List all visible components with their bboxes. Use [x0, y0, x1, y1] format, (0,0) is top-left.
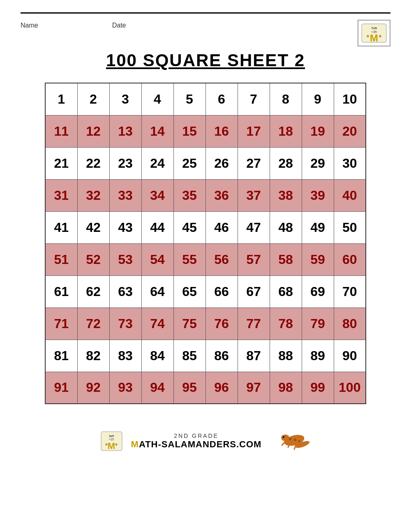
grid-container: 1234567891011121314151617181920212223242…: [21, 83, 390, 404]
page-header: Name Date 7x5 =35 M: [21, 20, 390, 46]
grid-cell: 20: [334, 115, 366, 147]
svg-point-5: [379, 35, 381, 37]
grid-cell: 68: [270, 275, 302, 308]
grid-cell: 61: [45, 275, 77, 308]
grid-cell: 63: [109, 275, 141, 308]
date-label: Date: [112, 22, 126, 29]
table-row: 61626364656667686970: [45, 275, 366, 308]
grid-cell: 84: [141, 340, 173, 372]
grid-cell: 12: [77, 115, 109, 147]
grid-cell: 22: [77, 147, 109, 179]
grid-cell: 45: [173, 211, 206, 243]
grid-cell: 95: [173, 372, 206, 404]
grid-cell: 29: [302, 147, 334, 179]
grid-cell: 76: [206, 308, 238, 340]
grid-cell: 52: [77, 243, 109, 275]
grid-cell: 57: [238, 243, 270, 275]
grid-cell: 28: [270, 147, 302, 179]
grid-cell: 99: [302, 372, 334, 404]
grid-cell: 38: [270, 179, 302, 211]
grid-cell: 21: [45, 147, 77, 179]
grid-cell: 10: [334, 83, 366, 115]
svg-point-20: [294, 439, 296, 441]
grid-cell: 44: [141, 211, 173, 243]
grid-cell: 46: [206, 211, 238, 243]
grid-cell: 33: [109, 179, 141, 211]
grid-cell: 60: [334, 243, 366, 275]
grid-cell: 14: [141, 115, 173, 147]
grid-cell: 90: [334, 340, 366, 372]
grid-cell: 47: [238, 211, 270, 243]
grid-cell: 35: [173, 179, 206, 211]
grid-cell: 100: [334, 372, 366, 404]
grid-cell: 32: [77, 179, 109, 211]
grid-cell: 53: [109, 243, 141, 275]
svg-point-10: [105, 443, 107, 445]
grid-cell: 74: [141, 308, 173, 340]
grid-cell: 31: [45, 179, 77, 211]
grid-cell: 96: [206, 372, 238, 404]
grid-cell: 1: [45, 83, 77, 115]
grid-cell: 93: [109, 372, 141, 404]
grid-cell: 19: [302, 115, 334, 147]
grid-cell: 26: [206, 147, 238, 179]
grid-cell: 7: [238, 83, 270, 115]
grid-cell: 11: [45, 115, 77, 147]
grid-cell: 77: [238, 308, 270, 340]
grid-cell: 42: [77, 211, 109, 243]
svg-text:3x5: 3x5: [109, 435, 114, 437]
grid-cell: 16: [206, 115, 238, 147]
grid-cell: 8: [270, 83, 302, 115]
grid-cell: 66: [206, 275, 238, 308]
table-row: 11121314151617181920: [45, 115, 366, 147]
grid-cell: 58: [270, 243, 302, 275]
grid-cell: 81: [45, 340, 77, 372]
grid-cell: 83: [109, 340, 141, 372]
grid-cell: 75: [173, 308, 206, 340]
logo-icon: 7x5 =35 M: [360, 22, 388, 44]
logo-box: 7x5 =35 M: [358, 20, 390, 46]
grid-cell: 40: [334, 179, 366, 211]
grid-cell: 89: [302, 340, 334, 372]
grid-cell: 97: [238, 372, 270, 404]
grid-cell: 5: [173, 83, 206, 115]
grid-cell: 64: [141, 275, 173, 308]
grid-cell: 72: [77, 308, 109, 340]
footer-logo-right: [278, 429, 311, 453]
grid-cell: 9: [302, 83, 334, 115]
grid-cell: 6: [206, 83, 238, 115]
grid-cell: 4: [141, 83, 173, 115]
grid-cell: 82: [77, 340, 109, 372]
grid-cell: 24: [141, 147, 173, 179]
title-section: 100 SQUARE SHEET 2: [21, 51, 390, 70]
grid-cell: 98: [270, 372, 302, 404]
grid-cell: 55: [173, 243, 206, 275]
grid-cell: 85: [173, 340, 206, 372]
grid-cell: 67: [238, 275, 270, 308]
grid-cell: 30: [334, 147, 366, 179]
table-row: 81828384858687888990: [45, 340, 366, 372]
grid-cell: 43: [109, 211, 141, 243]
page-footer: 3x5 =15 M 2ND GRADE MATH-SALAMANDERS.COM: [21, 429, 390, 453]
svg-point-15: [283, 436, 284, 438]
svg-point-21: [298, 440, 300, 442]
grid-cell: 36: [206, 179, 238, 211]
grid-cell: 73: [109, 308, 141, 340]
grid-cell: 86: [206, 340, 238, 372]
grid-cell: 70: [334, 275, 366, 308]
grid-cell: 2: [77, 83, 109, 115]
svg-text:M: M: [107, 441, 115, 451]
svg-point-14: [281, 435, 289, 441]
grid-cell: 34: [141, 179, 173, 211]
page-title: 100 SQUARE SHEET 2: [21, 51, 390, 70]
grid-cell: 18: [270, 115, 302, 147]
grid-cell: 59: [302, 243, 334, 275]
grid-cell: 71: [45, 308, 77, 340]
grid-cell: 49: [302, 211, 334, 243]
grid-cell: 27: [238, 147, 270, 179]
grid-cell: 87: [238, 340, 270, 372]
grid-cell: 15: [173, 115, 206, 147]
grid-cell: 88: [270, 340, 302, 372]
grid-cell: 51: [45, 243, 77, 275]
grid-cell: 65: [173, 275, 206, 308]
